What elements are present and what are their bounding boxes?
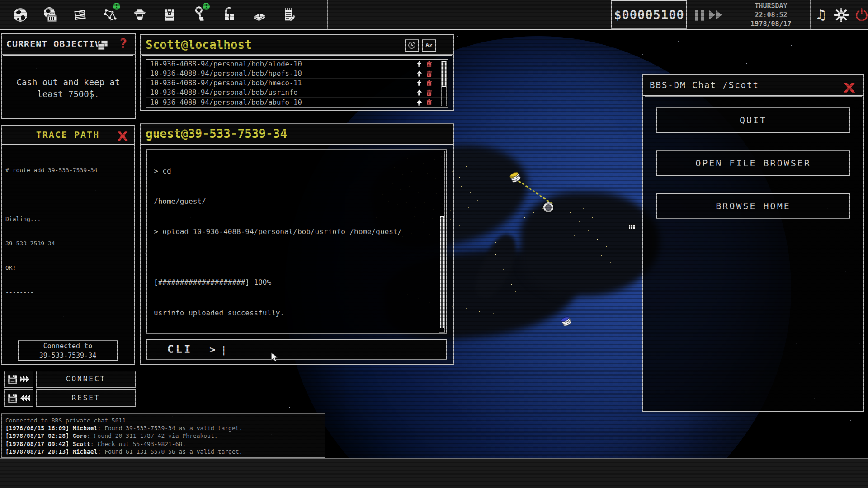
trace-panel-title: TRACE PATH: [36, 129, 99, 140]
gear-icon: [834, 7, 849, 23]
settings-button[interactable]: [833, 5, 849, 24]
reset-button[interactable]: RESET: [36, 389, 136, 407]
study-book-icon: [250, 6, 268, 24]
upload-button[interactable]: [414, 70, 424, 77]
trace-line: OK!: [5, 264, 130, 272]
cli-input[interactable]: CLI > |: [146, 339, 447, 360]
trace-log: # route add 39-533-7539-34 -------- Dial…: [2, 145, 134, 318]
delete-button[interactable]: [424, 89, 434, 96]
power-icon: [854, 7, 868, 23]
power-button[interactable]: [854, 5, 868, 24]
close-icon[interactable]: X: [843, 77, 857, 98]
save-forward-button[interactable]: [4, 371, 33, 388]
terminal-line: > upload 10-936-4088-94/personal/bob/usr…: [154, 227, 446, 237]
clock-display: THURSDAY 22:08:52 1978/08/17: [736, 1, 806, 28]
spy-icon: [131, 6, 149, 24]
file-path: 10-936-4088-94/personal/bob/hpefs-10: [150, 70, 414, 78]
trace-line: 39-533-7539-34: [5, 239, 130, 248]
notepad-icon: [280, 6, 298, 24]
trace-path-panel: TRACE PATH X # route add 39-533-7539-34 …: [1, 125, 135, 365]
local-files-panel: Scott@localhost Az 10-936-4088-94/person…: [140, 34, 454, 111]
delete-button[interactable]: [424, 70, 434, 77]
chat-line: Connected to BBS private chat 5011.: [2, 414, 325, 424]
bank-button[interactable]: [35, 0, 65, 29]
upload-button[interactable]: [414, 89, 424, 96]
notes-button[interactable]: [274, 0, 304, 29]
map-node-target-ring[interactable]: [543, 202, 553, 212]
music-icon: ♫: [815, 7, 827, 23]
file-path: 10-936-4088-94/personal/bob/hmeco-11: [150, 79, 414, 87]
upload-arrow-icon: [416, 89, 423, 96]
app-icon-strip: ! !: [5, 0, 304, 29]
connection-status-address: 39-533-7539-34: [19, 351, 117, 361]
trash-icon: [426, 80, 432, 87]
network-button[interactable]: !: [95, 0, 125, 29]
pause-button[interactable]: [695, 10, 704, 21]
floppy-icon: [7, 392, 19, 404]
chat-author: [1978/08/15 16:09] Michael: [5, 425, 98, 432]
history-button[interactable]: [405, 39, 419, 52]
delete-button[interactable]: [424, 61, 434, 68]
delete-button[interactable]: [424, 80, 434, 87]
bbs-chat-log: Connected to BBS private chat 5011. [197…: [1, 413, 326, 458]
upload-arrow-icon: [416, 99, 423, 106]
newspaper-icon: [71, 6, 89, 24]
upload-button[interactable]: [414, 61, 424, 68]
upload-button[interactable]: [414, 80, 424, 87]
password-crack-button[interactable]: !: [184, 0, 214, 29]
lock-crack-button[interactable]: [214, 0, 244, 29]
learn-button[interactable]: [244, 0, 274, 29]
local-panel-title: Scott@localhost: [146, 38, 252, 52]
fast-forward-icon: [708, 9, 724, 20]
topbar-divider: [810, 0, 811, 29]
terminal-scrollbar[interactable]: [439, 151, 445, 333]
floppy-icon: [7, 373, 19, 385]
trash-icon: [426, 70, 432, 77]
world-icon: [11, 6, 29, 24]
close-icon[interactable]: X: [117, 127, 129, 145]
chat-message: Connected to BBS private chat 5011.: [5, 417, 129, 424]
file-row: 10-936-4088-94/personal/bob/hpefs-10: [146, 69, 448, 79]
trash-icon: [426, 61, 432, 68]
news-button[interactable]: [65, 0, 95, 29]
remote-terminal-panel: guest@39-533-7539-34 > cd /home/guest/ >…: [140, 123, 454, 365]
clock-day: THURSDAY: [736, 1, 806, 10]
notification-badge: !: [113, 3, 120, 10]
map-node-building[interactable]: [628, 224, 636, 229]
quit-button[interactable]: QUIT: [656, 107, 850, 133]
file-row: 10-936-4088-94/personal/bob/alode-10: [146, 60, 448, 69]
file-row: 10-936-4088-94/personal/bob/hmeco-11: [146, 79, 448, 88]
map-node-server-blue[interactable]: [559, 314, 573, 330]
delete-button[interactable]: [424, 99, 434, 106]
map-node-server-yellow[interactable]: [507, 169, 523, 186]
fast-forward-button[interactable]: [708, 9, 724, 22]
hacker-button[interactable]: [125, 0, 155, 29]
id-card-icon: [160, 6, 179, 24]
file-path: 10-936-4088-94/personal/bob/usrinfo: [150, 89, 414, 97]
upload-button[interactable]: [414, 99, 424, 106]
bbs-panel-title: BBS-DM Chat /Scott: [650, 80, 759, 90]
file-row: 10-936-4088-94/personal/bob/usrinfo: [146, 88, 448, 98]
open-file-browser-button[interactable]: OPEN FILE BROWSER: [656, 150, 850, 176]
terminal-output: > cd /home/guest/ > upload 10-936-4088-9…: [146, 149, 447, 334]
trace-line: --------: [5, 288, 130, 296]
chat-author: [1978/08/17 20:13] Michael: [5, 448, 98, 455]
file-list: 10-936-4088-94/personal/bob/alode-10 10-…: [146, 59, 448, 108]
clock-time: 22:08:52: [736, 10, 806, 19]
mail-button[interactable]: [155, 0, 184, 29]
chat-line: [1978/08/17 20:13] Michael: Found 61-131…: [2, 448, 325, 455]
popout-icon[interactable]: [97, 38, 109, 58]
sort-button[interactable]: Az: [422, 39, 436, 52]
file-list-scrollbar[interactable]: [441, 61, 447, 106]
objective-panel: CURRENT OBJECTIVE ? Cash out and keep at…: [1, 33, 136, 119]
browse-home-button[interactable]: BROWSE HOME: [656, 193, 850, 219]
world-map-button[interactable]: [5, 0, 35, 29]
music-button[interactable]: ♫: [813, 5, 829, 24]
file-path: 10-936-4088-94/personal/bob/alode-10: [150, 60, 414, 68]
mouse-cursor: [271, 352, 281, 366]
clock-icon: [408, 41, 416, 49]
upload-arrow-icon: [416, 61, 423, 68]
connect-button[interactable]: CONNECT: [36, 371, 136, 388]
help-icon[interactable]: ?: [120, 36, 127, 52]
save-rewind-button[interactable]: [4, 389, 33, 407]
